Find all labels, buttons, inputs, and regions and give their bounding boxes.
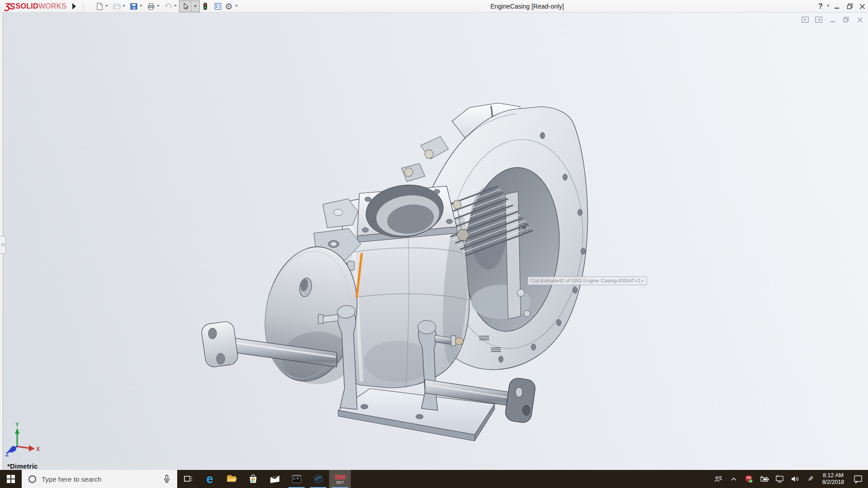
solidworks-2017-button[interactable]: SW 2017 xyxy=(329,470,351,488)
open-document-button[interactable] xyxy=(111,1,122,12)
solidworks-logo: ƷS SOLIDWORKS xyxy=(5,0,66,13)
file-explorer-icon xyxy=(226,474,237,484)
select-tool-button[interactable] xyxy=(179,1,191,12)
gear-icon: ⚙ xyxy=(225,2,232,11)
network-button[interactable] xyxy=(772,470,788,488)
edge-icon: e xyxy=(206,473,213,485)
close-button[interactable] xyxy=(857,0,867,13)
document-window-controls xyxy=(802,16,863,23)
volume-icon xyxy=(790,474,801,484)
document-close-button[interactable] xyxy=(856,16,863,23)
feature-panel-splitter-tab[interactable] xyxy=(0,236,6,254)
save-dropdown-caret[interactable] xyxy=(140,5,142,7)
task-view-button[interactable] xyxy=(177,470,199,488)
solidworks-2017-icon: SW 2017 xyxy=(335,474,345,484)
solidworks-tool-button[interactable] xyxy=(307,470,329,488)
mail-button[interactable] xyxy=(264,470,286,488)
options-button[interactable]: ⚙ xyxy=(223,1,234,12)
start-button[interactable] xyxy=(0,470,22,488)
minimize-button[interactable] xyxy=(832,0,842,13)
search-input[interactable] xyxy=(42,475,162,483)
undo-dropdown-caret[interactable] xyxy=(174,5,177,7)
new-document-icon xyxy=(95,2,104,11)
pen-icon: ✎ xyxy=(808,475,814,483)
minimize-icon xyxy=(834,4,840,9)
select-dropdown-caret[interactable] xyxy=(191,1,199,12)
toolbar-separator xyxy=(83,1,83,11)
document-minimize-button[interactable] xyxy=(829,16,836,23)
new-dropdown-caret[interactable] xyxy=(105,5,108,7)
open-dropdown-caret[interactable] xyxy=(123,5,125,7)
document-restore-icon xyxy=(843,16,849,23)
microsoft-store-button[interactable] xyxy=(242,470,264,488)
solidworks-resource-monitor-icon: SW xyxy=(744,474,754,484)
print-dropdown-caret[interactable] xyxy=(157,5,160,7)
document-close-icon xyxy=(857,17,863,23)
clock-date: 8/2/2018 xyxy=(822,479,844,486)
action-center-icon xyxy=(853,474,863,484)
new-document-button[interactable] xyxy=(94,1,105,12)
taskbar-search[interactable] xyxy=(22,470,177,488)
people-button[interactable] xyxy=(711,470,726,488)
edge-button[interactable]: e xyxy=(199,470,221,488)
dock-pane-left-button[interactable] xyxy=(802,16,809,23)
solidworks-window: ƷS SOLIDWORKS xyxy=(0,0,868,488)
taskbar-clock[interactable]: 8:12 AM 8/2/2018 xyxy=(818,470,848,488)
pen-button[interactable]: ✎ xyxy=(803,470,818,488)
splitter-grip-icon xyxy=(1,243,5,246)
print-button[interactable] xyxy=(146,1,156,12)
cortana-icon xyxy=(28,475,36,483)
undo-icon xyxy=(164,2,173,11)
help-dropdown-caret[interactable] xyxy=(827,5,830,7)
action-center-button[interactable] xyxy=(848,470,868,488)
solidworks-tool-hexagon-icon xyxy=(313,474,324,484)
command-prompt-button[interactable]: C:\ xyxy=(286,470,307,488)
help-button[interactable]: ? xyxy=(816,0,825,13)
people-icon xyxy=(713,474,723,484)
display-report-icon xyxy=(213,2,222,11)
taskbar-apps: e xyxy=(177,470,351,488)
window-title: EngineCasing [Read-only] xyxy=(491,0,564,13)
file-explorer-button[interactable] xyxy=(221,470,242,488)
clock-time: 8:12 AM xyxy=(823,472,844,479)
view-orientation-label: *Dimetric xyxy=(7,462,38,470)
select-tool-group xyxy=(179,0,200,12)
titlebar: ƷS SOLIDWORKS xyxy=(0,0,868,13)
menu-flyout-arrow-icon[interactable] xyxy=(72,3,76,9)
microsoft-store-icon xyxy=(248,474,259,484)
dock-pane-left-icon xyxy=(802,16,809,23)
volume-button[interactable] xyxy=(788,470,803,488)
document-restore-button[interactable] xyxy=(842,16,850,23)
tray-overflow-button[interactable] xyxy=(726,470,741,488)
save-button[interactable] xyxy=(128,1,139,12)
rebuild-traffic-light-icon xyxy=(201,2,210,11)
document-minimize-icon xyxy=(830,17,836,23)
options-dropdown-caret[interactable] xyxy=(235,5,238,7)
triad-x-label: X xyxy=(36,446,40,452)
save-floppy-icon xyxy=(129,2,138,11)
microphone-icon[interactable] xyxy=(162,474,172,484)
engine-casing-model[interactable]: Y X Z xyxy=(0,13,868,470)
undo-button[interactable] xyxy=(163,1,174,12)
graphics-viewport[interactable]: Y X Z Cut-Extrude42 of 00G-Engine Casing… xyxy=(0,13,868,470)
rebuild-button[interactable] xyxy=(200,1,211,12)
dock-pane-right-button[interactable] xyxy=(815,16,823,23)
ds-monogram-icon: ƷS xyxy=(5,1,14,12)
windows-taskbar: e xyxy=(0,470,868,488)
dock-pane-right-icon xyxy=(815,16,823,23)
battery-button[interactable] xyxy=(757,470,772,488)
restore-button[interactable] xyxy=(845,0,855,13)
task-view-icon xyxy=(183,474,193,484)
carburetor-flange[interactable] xyxy=(357,180,458,242)
mail-icon xyxy=(269,474,281,484)
network-display-icon xyxy=(774,474,785,484)
command-prompt-icon: C:\ xyxy=(291,474,302,484)
windows-logo-icon xyxy=(7,475,15,483)
select-cursor-icon xyxy=(181,2,189,10)
display-report-button[interactable] xyxy=(212,1,223,12)
triad-y-label: Y xyxy=(15,422,19,428)
orientation-triad: Y X Z xyxy=(5,422,40,458)
system-tray: SW xyxy=(711,470,868,488)
solidworks-resource-monitor-button[interactable]: SW xyxy=(741,470,757,488)
svg-text:SW: SW xyxy=(747,476,751,479)
